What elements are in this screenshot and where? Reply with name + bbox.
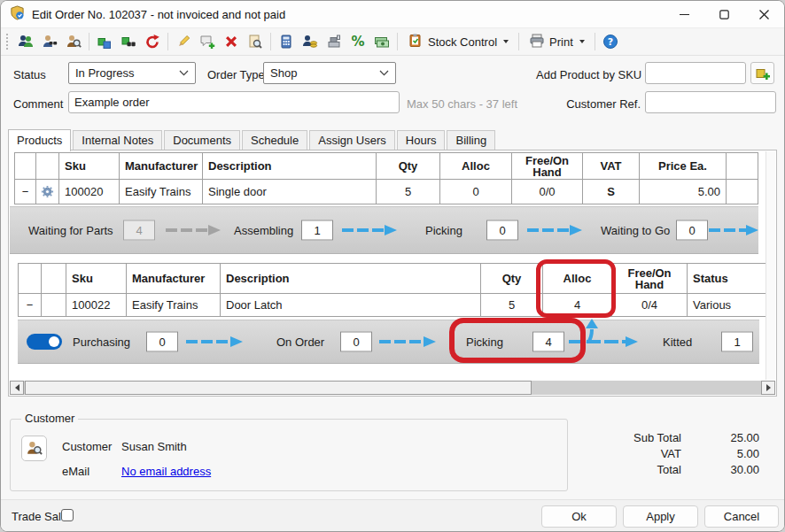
maximize-button[interactable] (704, 1, 744, 27)
stage-band-product: Waiting for Parts 4 Assembling 1 Picking… (10, 206, 758, 254)
cell-sku[interactable]: 100020 (59, 180, 120, 204)
add-product-icon (755, 66, 771, 81)
cancel-button[interactable]: Cancel (704, 505, 779, 528)
print-label: Print (549, 35, 573, 49)
cell-qty[interactable]: 5 (481, 294, 543, 317)
collapse-row-button[interactable]: − (15, 180, 36, 204)
stage-value-kitted[interactable]: 1 (721, 332, 753, 352)
tab-billing[interactable]: Billing (447, 130, 495, 150)
cell-manufacturer[interactable]: Easify Trains (127, 294, 221, 317)
scroll-right-button[interactable] (761, 381, 775, 395)
calculator-icon[interactable] (275, 30, 298, 53)
triangle-right-icon (766, 384, 771, 391)
stage-value-picking[interactable]: 4 (532, 332, 564, 352)
cell-alloc[interactable]: 0 (440, 180, 512, 204)
col-description: Description (221, 264, 481, 294)
cell-price-ea[interactable]: 5.00 (640, 180, 727, 204)
stage-label-assembling: Assembling (234, 224, 293, 237)
add-note-icon[interactable] (196, 30, 219, 53)
tab-strip: Products Internal Notes Documents Schedu… (8, 128, 497, 150)
stage-value-purchasing[interactable]: 0 (146, 332, 178, 352)
stage-arrow-blue (709, 225, 758, 235)
print-button[interactable]: Print (523, 30, 591, 53)
horizontal-scrollbar[interactable] (10, 381, 775, 395)
order-type-combo[interactable]: Shop (263, 62, 396, 84)
toolbar-separator (518, 33, 519, 50)
add-product-by-sku-input[interactable] (645, 62, 746, 84)
tab-assign-users[interactable]: Assign Users (309, 130, 395, 150)
stock-control-button[interactable]: Stock Control (401, 30, 515, 53)
customer-ref-input[interactable] (645, 91, 776, 113)
cell-vat[interactable]: S (583, 180, 640, 204)
toolbar-separator (89, 33, 89, 50)
status-value: In Progress (75, 66, 134, 80)
tab-products[interactable]: Products (8, 129, 71, 151)
tab-documents[interactable]: Documents (164, 130, 240, 150)
cell-status[interactable]: Various (688, 294, 767, 317)
window-controls (665, 1, 784, 27)
col-icon (42, 264, 66, 294)
stage-value-waiting-to-go[interactable]: 0 (676, 220, 708, 241)
till-icon[interactable] (323, 30, 346, 53)
cell-free-on-hand[interactable]: 0/0 (512, 180, 583, 204)
tab-internal-notes[interactable]: Internal Notes (73, 130, 162, 150)
cell-free-on-hand[interactable]: 0/4 (612, 294, 688, 317)
col-vat: VAT (583, 153, 640, 180)
total-value: 30.00 (681, 463, 759, 476)
gear-icon[interactable] (36, 180, 59, 204)
stage-band-subproduct: Purchasing 0 On Order 0 Picking 4 Kitted… (18, 320, 759, 364)
payments-icon[interactable] (299, 30, 322, 53)
vat-row: VAT 5.00 (547, 445, 759, 461)
find-product-icon[interactable] (117, 30, 140, 53)
col-sku: Sku (66, 264, 127, 294)
products-icon[interactable] (93, 30, 116, 53)
cell-description[interactable]: Single door (203, 180, 377, 204)
col-manufacturer: Manufacturer (127, 264, 221, 294)
cash-icon[interactable] (370, 30, 393, 53)
stage-value-assembling[interactable]: 1 (301, 220, 333, 241)
sub-total-label: Sub Total (547, 431, 681, 444)
stage-value-waiting-for-parts[interactable]: 4 (123, 220, 155, 241)
refresh-icon[interactable] (141, 30, 164, 53)
comment-input[interactable] (68, 91, 400, 113)
customer-lookup-icon[interactable] (62, 30, 85, 53)
customers-icon[interactable] (14, 30, 37, 53)
preview-icon[interactable] (244, 30, 267, 53)
apply-button[interactable]: Apply (623, 505, 698, 528)
tab-hours[interactable]: Hours (397, 130, 446, 150)
collapse-row-button[interactable]: − (19, 294, 42, 317)
find-customer-icon[interactable] (38, 30, 61, 53)
ok-button[interactable]: Ok (541, 505, 617, 528)
cell-manufacturer[interactable]: Easify Trains (120, 180, 203, 204)
tab-schedule[interactable]: Schedule (242, 130, 307, 150)
minimize-button[interactable] (665, 1, 704, 27)
email-link[interactable]: No email address (121, 465, 211, 478)
scroll-left-button[interactable] (10, 381, 24, 395)
stage-value-picking[interactable]: 0 (486, 220, 518, 241)
status-combo[interactable]: In Progress (68, 62, 196, 84)
cell-qty[interactable]: 5 (377, 180, 440, 204)
order-type-label: Order Type (207, 68, 265, 81)
delete-icon[interactable] (220, 30, 243, 53)
email-label: eMail (62, 465, 89, 478)
add-product-button[interactable] (750, 62, 774, 84)
discount-icon[interactable]: % (346, 30, 369, 53)
cell-description[interactable]: Door Latch (221, 294, 481, 317)
cell-sku[interactable]: 100022 (66, 294, 127, 317)
scrollbar-thumb[interactable] (25, 381, 532, 395)
help-icon[interactable]: ? (599, 30, 622, 53)
customer-lookup-button[interactable] (21, 436, 47, 461)
sub-products-table: Sku Manufacturer Description Qty Alloc F… (18, 263, 767, 317)
stage-label-picking: Picking (466, 335, 503, 349)
stage-value-on-order[interactable]: 0 (340, 332, 372, 352)
col-expand (15, 153, 36, 180)
trade-sale-checkbox[interactable] (61, 509, 74, 521)
col-free-on-hand: Free/On Hand (512, 153, 583, 180)
comment-hint: Max 50 chars - 37 left (407, 97, 517, 111)
purchasing-toggle[interactable] (27, 334, 62, 350)
svg-text:%: % (351, 34, 364, 50)
edit-icon[interactable] (172, 30, 195, 53)
col-price-ea: Price Ea. (640, 153, 727, 180)
close-button[interactable] (744, 1, 784, 27)
cell-alloc[interactable]: 4 (543, 294, 612, 317)
